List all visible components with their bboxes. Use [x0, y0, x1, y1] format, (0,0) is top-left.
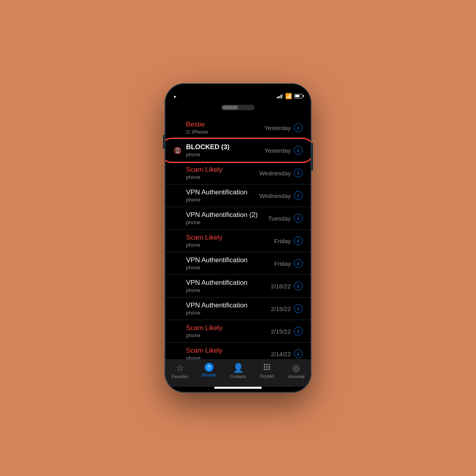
tab-missed[interactable]: [238, 106, 254, 109]
wifi-icon: 📶: [285, 93, 292, 99]
notch: [212, 84, 264, 95]
voicemail-label: Voicemail: [288, 374, 305, 379]
tab-voicemail[interactable]: ◎Voicemail: [282, 363, 311, 379]
status-time: ►: [173, 92, 177, 99]
svg-point-8: [269, 369, 270, 370]
call-item-vpn-tuesday[interactable]: VPN Authentification (2)phoneTuesdayi: [165, 207, 311, 230]
svg-point-1: [266, 364, 268, 365]
contacts-icon: 👤: [233, 363, 244, 373]
call-name: Scam Likely: [186, 324, 271, 332]
info-button[interactable]: i: [294, 123, 303, 132]
info-button[interactable]: i: [294, 191, 303, 200]
info-button[interactable]: i: [294, 282, 303, 290]
screen: Bestie☑ iPhoneYesterdayi📵BLOCKED (3)phon…: [165, 102, 311, 359]
info-button[interactable]: i: [294, 259, 303, 268]
page-background: ► 📶: [0, 0, 476, 476]
checkmark-icon: ☑: [186, 129, 190, 135]
info-button[interactable]: i: [294, 327, 303, 336]
recents-icon: ⏱: [205, 363, 213, 372]
call-time: Wednesday: [259, 170, 291, 177]
contacts-label: Contacts: [230, 374, 246, 379]
top-controls: [165, 102, 311, 112]
svg-point-4: [266, 366, 268, 368]
signal-icon: [277, 94, 284, 98]
favorites-icon: ☆: [176, 363, 184, 373]
voicemail-icon: ◎: [292, 363, 300, 373]
svg-point-3: [264, 366, 265, 368]
call-name: Scam Likely: [186, 234, 274, 242]
call-time: Wednesday: [259, 192, 291, 199]
call-time: Tuesday: [268, 215, 291, 222]
call-sub: ☑ iPhone: [186, 129, 265, 135]
call-name: VPN Authentification (2): [186, 211, 268, 219]
call-sub: phone: [186, 219, 268, 225]
segment-control: [221, 105, 255, 110]
call-sub: phone: [186, 265, 274, 271]
call-time: 2/16/22: [271, 283, 291, 290]
keypad-icon: [263, 363, 271, 373]
svg-point-5: [269, 366, 270, 368]
status-bar: ► 📶: [165, 84, 311, 102]
tab-all[interactable]: [222, 106, 238, 109]
svg-point-0: [264, 364, 265, 365]
call-time: Friday: [274, 260, 291, 267]
call-sub: phone: [186, 174, 259, 180]
call-item-scam-wednesday[interactable]: Scam LikelyphoneWednesdayi: [165, 162, 311, 184]
call-name: VPN Authentification: [186, 256, 274, 264]
call-name: Scam Likely: [186, 166, 259, 174]
status-icons: 📶: [277, 93, 303, 99]
keypad-label: Keypad: [260, 374, 274, 378]
call-item-vpn-216[interactable]: VPN Authentificationphone2/16/22i: [165, 275, 311, 298]
call-item-scam-214[interactable]: Scam Likelyphone2/14/22i: [165, 343, 311, 359]
call-name: Bestie: [186, 121, 265, 129]
call-sub: phone: [186, 310, 271, 316]
call-item-vpn-wednesday[interactable]: VPN AuthentificationphoneWednesdayi: [165, 184, 311, 207]
info-button[interactable]: i: [294, 146, 303, 155]
call-name: Scam Likely: [186, 347, 271, 355]
call-sub: phone: [186, 355, 271, 359]
info-button[interactable]: i: [294, 236, 303, 245]
recents-tab-icon: ⏱: [205, 363, 213, 372]
call-item-blocked[interactable]: 📵BLOCKED (3)phoneYesterdayi: [165, 139, 311, 162]
battery-icon: [294, 94, 303, 98]
call-item-vpn-friday[interactable]: VPN AuthentificationphoneFridayi: [165, 252, 311, 275]
info-button[interactable]: i: [294, 214, 303, 223]
call-item-scam-friday[interactable]: Scam LikelyphoneFridayi: [165, 230, 311, 252]
svg-point-2: [269, 364, 270, 365]
page-title: [165, 112, 311, 117]
call-time: Yesterday: [265, 147, 291, 154]
info-button[interactable]: i: [294, 304, 303, 313]
tab-keypad[interactable]: Keypad: [253, 363, 282, 379]
call-sub: phone: [186, 242, 274, 248]
call-item-scam-215[interactable]: Scam Likelyphone2/15/22i: [165, 320, 311, 343]
recents-label: Recents: [202, 373, 216, 377]
call-name: VPN Authentification: [186, 188, 259, 196]
tab-contacts[interactable]: 👤Contacts: [223, 363, 252, 379]
home-indicator: [214, 387, 262, 389]
phone-device: ► 📶: [165, 83, 311, 393]
call-sub: phone: [186, 152, 265, 157]
blocked-phone-icon: 📵: [174, 147, 182, 154]
call-time: Yesterday: [265, 125, 291, 131]
call-list: Bestie☑ iPhoneYesterdayi📵BLOCKED (3)phon…: [165, 117, 311, 359]
call-sub: phone: [186, 332, 271, 338]
info-button[interactable]: i: [294, 349, 303, 358]
tab-recents[interactable]: ⏱Recents: [194, 363, 223, 379]
call-time: 2/14/22: [271, 351, 291, 357]
call-item-bestie[interactable]: Bestie☑ iPhoneYesterdayi: [165, 117, 311, 139]
call-time: 2/15/22: [271, 328, 291, 335]
info-button[interactable]: i: [294, 169, 303, 177]
call-name: VPN Authentification: [186, 301, 271, 309]
favorites-label: Favorites: [172, 374, 188, 379]
call-sub: phone: [186, 287, 271, 293]
call-name: VPN Authentification: [186, 279, 271, 287]
tab-favorites[interactable]: ☆Favorites: [165, 363, 194, 379]
call-time: Friday: [274, 238, 291, 244]
call-item-vpn-215[interactable]: VPN Authentificationphone2/15/22i: [165, 298, 311, 320]
bottom-tabs: ☆Favorites⏱Recents👤Contacts Keypad◎Voice…: [165, 359, 311, 387]
svg-point-6: [264, 369, 265, 370]
call-name: BLOCKED (3): [186, 143, 265, 151]
call-sub: phone: [186, 197, 259, 203]
call-time: 2/15/22: [271, 305, 291, 312]
svg-point-7: [266, 369, 268, 370]
